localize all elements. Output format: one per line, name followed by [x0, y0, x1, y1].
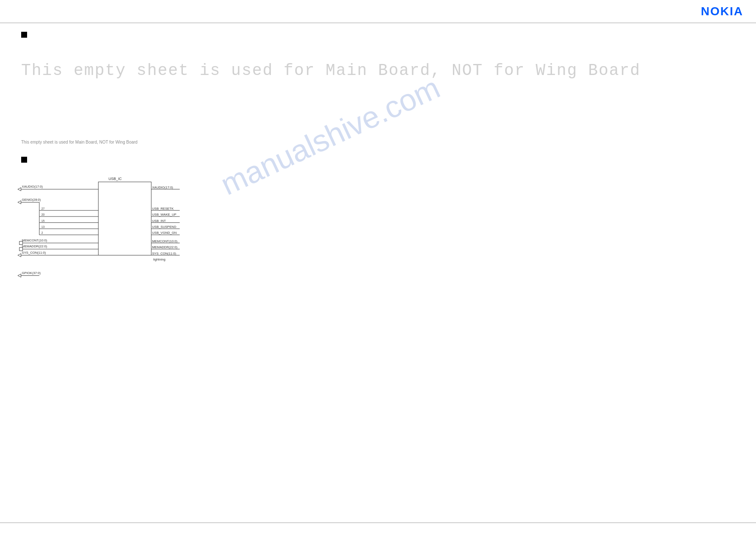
main-text: This empty sheet is used for Main Board,…: [21, 61, 640, 80]
svg-text:USB_WAKE_UP: USB_WAKE_UP: [152, 213, 176, 216]
svg-text:15: 15: [41, 219, 45, 222]
svg-text:USB_SUSPEND: USB_SUSPEND: [152, 225, 177, 229]
svg-text:13: 13: [41, 225, 45, 228]
svg-text:GENIO(28:0): GENIO(28:0): [22, 198, 41, 202]
svg-marker-3: [18, 188, 21, 191]
schematic-svg: USB_IC XAUDIO(17:0) GENIO(28:0) 27 20 15…: [17, 169, 229, 288]
svg-text:27: 27: [41, 207, 45, 210]
svg-text:MEMCONT(10:0): MEMCONT(10:0): [152, 239, 177, 243]
svg-marker-7: [18, 201, 21, 204]
bullet-second: [21, 157, 27, 163]
svg-text:USB_IC: USB_IC: [108, 177, 121, 181]
svg-text:2: 2: [41, 232, 43, 235]
bullet-top: [21, 32, 27, 38]
svg-text:USB_RESETK: USB_RESETK: [152, 207, 174, 211]
small-note: This empty sheet is used for Main Board,…: [21, 140, 138, 144]
svg-text:MEMCONT(10:0): MEMCONT(10:0): [22, 238, 47, 242]
svg-text:GPIOK(37:0): GPIOK(37:0): [22, 271, 41, 275]
svg-text:USB_INT: USB_INT: [152, 219, 166, 223]
svg-text:XAUDIO(17:0): XAUDIO(17:0): [152, 186, 173, 189]
svg-rect-0: [98, 182, 151, 255]
svg-text:MEMADDR(22:0): MEMADDR(22:0): [152, 245, 177, 249]
nokia-logo: NOKIA: [701, 5, 743, 18]
svg-text:USB_VGND_GN: USB_VGND_GN: [152, 231, 177, 235]
schematic-diagram: USB_IC XAUDIO(17:0) GENIO(28:0) 27 20 15…: [17, 169, 229, 288]
bottom-bar: [0, 522, 756, 535]
svg-marker-28: [18, 254, 21, 257]
svg-text:20: 20: [41, 213, 45, 216]
svg-text:MEMADDR(22:0): MEMADDR(22:0): [22, 244, 47, 248]
svg-text:SYS_CON(11:0): SYS_CON(11:0): [22, 251, 46, 255]
watermark-text: manualshive.com: [215, 70, 445, 202]
svg-marker-50: [18, 274, 21, 277]
svg-text:XAUDIO(17:0): XAUDIO(17:0): [22, 185, 43, 188]
svg-text:SYS_CON(11:0): SYS_CON(11:0): [152, 252, 176, 255]
svg-text:lightning: lightning: [153, 258, 166, 261]
top-bar: NOKIA: [0, 0, 756, 23]
